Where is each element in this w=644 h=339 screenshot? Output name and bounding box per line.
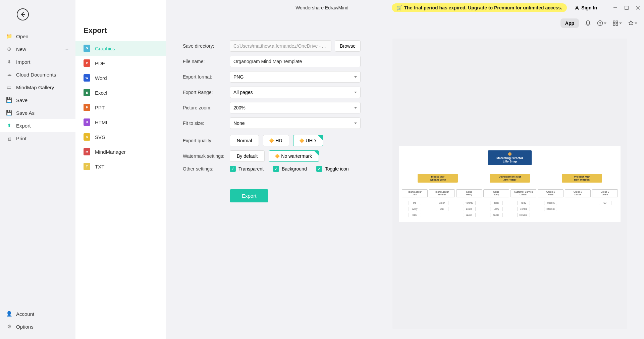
plus-icon[interactable]: ＋ — [64, 46, 69, 52]
cb-transparent[interactable]: ✓Transparent — [230, 166, 264, 172]
label-file-name: File name: — [183, 59, 230, 64]
nav-print[interactable]: 🖨Print — [0, 132, 75, 145]
org-member-node: Intern A — [544, 201, 557, 205]
save-as-icon: 💾 — [6, 110, 12, 116]
org-manager-node: Media MgrWilliam John — [418, 174, 458, 183]
nav-new[interactable]: ⊕New＋ — [0, 43, 75, 55]
format-item-pdf[interactable]: PPDF — [75, 56, 166, 70]
save-directory-field[interactable]: C:/Users/matthew.a.fernandez/OneDrive - … — [230, 40, 331, 52]
label-export-quality: Export quality: — [183, 138, 230, 143]
label-other: Other settings: — [183, 166, 230, 172]
org-member-node: Dennis — [517, 207, 530, 211]
org-member-node: Dick — [409, 213, 421, 217]
org-lead-node: Customer ServiceCaesar — [511, 189, 536, 198]
label-watermark: Watermark settings: — [183, 153, 230, 159]
org-member-column: TonyDennisEdward — [511, 201, 536, 217]
nav-import[interactable]: ⬇Import — [0, 55, 75, 68]
folder-icon: 📁 — [6, 33, 12, 39]
preview-canvas: Marketing Director Lilly Snap Media MgrW… — [399, 146, 621, 222]
picture-zoom-select[interactable]: 200% — [230, 102, 361, 113]
chevron-down-icon — [354, 107, 357, 109]
org-member-node: Intern B — [544, 207, 557, 211]
org-member-node: Larry — [490, 207, 503, 211]
org-lead-node: Group 3Dhara — [592, 189, 618, 198]
plus-circle-icon: ⊕ — [6, 46, 12, 52]
format-item-html[interactable]: HHTML — [75, 115, 166, 130]
nav-save[interactable]: 💾Save — [0, 94, 75, 106]
export-format-select[interactable]: PNG — [230, 71, 361, 83]
chevron-down-icon — [354, 123, 357, 124]
nav-save-as[interactable]: 💾Save As — [0, 106, 75, 119]
org-lead-node: Group 2Litisha — [565, 189, 591, 198]
org-member-node: Edward — [517, 213, 530, 217]
file-type-icon: P — [84, 104, 90, 111]
org-member-node: Green — [436, 201, 448, 205]
org-lead-node: SalesJoey — [483, 189, 509, 198]
format-item-ppt[interactable]: PPPT — [75, 100, 166, 115]
diamond-icon — [269, 138, 274, 143]
checkbox-icon: ✓ — [273, 166, 279, 172]
nav-cloud[interactable]: ☁Cloud Documents — [0, 68, 75, 81]
file-type-icon: G — [84, 45, 90, 52]
nav-open[interactable]: 📁Open — [0, 30, 75, 43]
quality-uhd[interactable]: UHD — [293, 135, 323, 146]
org-member-node: Susie — [490, 213, 503, 217]
export-form: Save directory: C:/Users/matthew.a.ferna… — [183, 40, 361, 202]
file-type-icon: E — [84, 89, 90, 96]
watermark-none[interactable]: No wartermark — [269, 150, 319, 162]
format-item-svg[interactable]: SSVG — [75, 130, 166, 144]
label-export-format: Export format: — [183, 74, 230, 80]
cb-toggle-icon[interactable]: ✓Toggle icon — [316, 166, 349, 172]
save-icon: 💾 — [6, 97, 12, 103]
cloud-icon: ☁ — [6, 71, 12, 78]
org-member-node: Josh — [490, 201, 503, 205]
quality-hd[interactable]: HD — [263, 135, 289, 146]
label-fit-to-size: Fit to size: — [183, 120, 230, 126]
nav-export[interactable]: ⬆Export — [0, 119, 75, 132]
file-type-icon: M — [84, 148, 90, 155]
nav-account[interactable]: 👤Account — [0, 307, 75, 320]
org-member-column: CJ — [592, 201, 618, 217]
preview-panel: Marketing Director Lilly Snap Media MgrW… — [392, 39, 627, 329]
back-button[interactable] — [17, 8, 29, 20]
file-type-icon: P — [84, 59, 90, 67]
format-item-txt[interactable]: TTXT — [75, 159, 166, 174]
org-lead-node: SalesHarry — [456, 189, 482, 198]
export-button[interactable]: Export — [230, 189, 268, 202]
export-title: Export — [75, 26, 166, 41]
format-item-mindmanager[interactable]: MMindManager — [75, 144, 166, 159]
org-member-node: Leslie — [463, 207, 476, 211]
fit-to-size-select[interactable]: None — [230, 117, 361, 129]
org-member-column: Intern AIntern B — [538, 201, 564, 217]
print-icon: 🖨 — [6, 135, 12, 141]
watermark-default[interactable]: By default — [230, 150, 265, 162]
nav-options[interactable]: ⚙Options — [0, 320, 75, 333]
org-member-column: GreenMax — [429, 201, 455, 217]
quality-normal[interactable]: Normal — [230, 135, 259, 146]
org-root-node: Marketing Director Lilly Snap — [488, 150, 532, 165]
arrow-left-icon — [19, 11, 26, 18]
export-format-panel: Export GGraphicsPPDFWWordEExcelPPPTHHTML… — [75, 0, 166, 339]
org-member-node: CJ — [599, 201, 611, 205]
sidebar-left: 📁Open ⊕New＋ ⬇Import ☁Cloud Documents ▭Mi… — [0, 0, 75, 339]
export-range-select[interactable]: All pages — [230, 87, 361, 98]
file-name-field[interactable]: Organogram Mind Map Template — [230, 56, 361, 67]
checkbox-icon: ✓ — [230, 166, 236, 172]
cb-background[interactable]: ✓Background — [273, 166, 307, 172]
org-member-node: Abby — [409, 207, 421, 211]
main-area: Save directory: C:/Users/matthew.a.ferna… — [166, 0, 644, 339]
format-item-excel[interactable]: EExcel — [75, 85, 166, 100]
file-type-icon: W — [84, 74, 90, 82]
org-manager-node: Development MgrJay Potter — [490, 174, 530, 183]
browse-button[interactable]: Browse — [335, 40, 361, 52]
org-lead-node: Team LeaderJohn — [402, 189, 428, 198]
nav-gallery[interactable]: ▭MindMap Gallery — [0, 81, 75, 94]
org-member-node: Iris — [409, 201, 421, 205]
org-member-node: Tony — [517, 201, 530, 205]
org-lead-node: Team LeaderSeveres — [429, 189, 455, 198]
format-item-graphics[interactable]: GGraphics — [75, 41, 166, 56]
import-icon: ⬇ — [6, 59, 12, 65]
org-member-node: Jacob — [463, 213, 476, 217]
format-item-word[interactable]: WWord — [75, 70, 166, 85]
account-icon: 👤 — [6, 311, 12, 317]
